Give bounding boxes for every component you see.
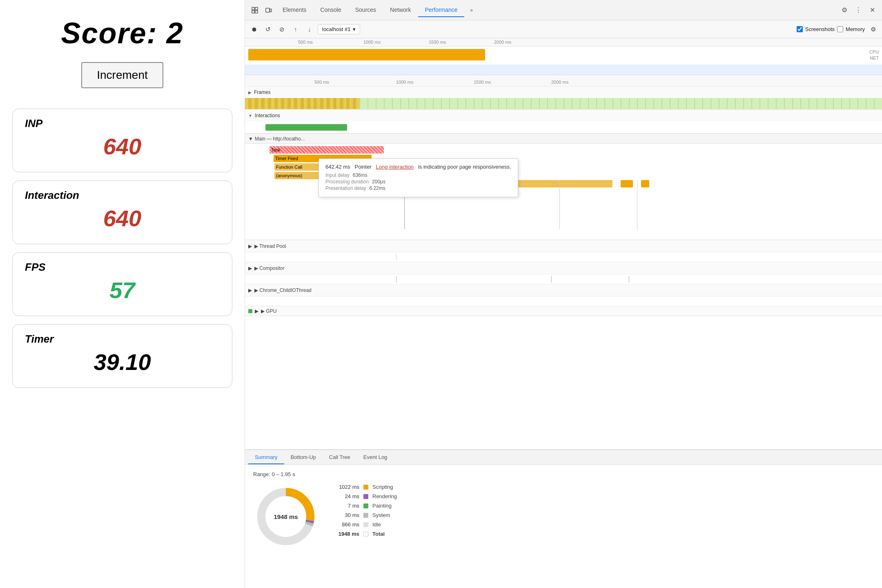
tab-event-log[interactable]: Event Log <box>357 451 394 464</box>
capture-settings-icon[interactable]: ⚙ <box>867 24 879 35</box>
timeline-main[interactable]: 500 ms 1000 ms 1500 ms 2000 ms ▶ Frames … <box>245 75 882 449</box>
screenshots-checkbox[interactable] <box>797 26 803 32</box>
compositor-marker-1 <box>396 276 396 283</box>
svg-rect-0 <box>252 7 254 10</box>
chrome-child-label: ▶ Chrome_ChildIOThread <box>254 287 312 293</box>
url-selector[interactable]: localhost #1 ▾ <box>318 24 360 34</box>
tooltip-presentation-label: Presentation delay <box>325 185 366 191</box>
svg-rect-3 <box>255 11 258 13</box>
task-block[interactable]: Task <box>270 146 384 154</box>
summary-layout: 1948 ms 1022 ms Scripting 24 ms Renderin… <box>253 484 874 549</box>
frames-label: Frames <box>254 89 271 95</box>
svg-rect-2 <box>252 11 254 13</box>
devtools-panel: Elements Console Sources Network Perform… <box>245 0 882 588</box>
more-tabs-icon[interactable]: » <box>465 4 478 17</box>
compositor-marker-3 <box>629 276 629 283</box>
net-label: NET <box>870 56 879 60</box>
url-dropdown-icon: ▾ <box>353 26 356 32</box>
tab-elements[interactable]: Elements <box>276 3 313 17</box>
svg-rect-1 <box>255 7 258 10</box>
gpu-header[interactable]: ▶ ▶ GPU <box>245 306 882 316</box>
scripting-dot-icon <box>363 485 368 490</box>
inspect-icon[interactable] <box>248 4 261 17</box>
timer-label: Timer <box>25 333 220 345</box>
chrome-child-triangle-icon: ▶ <box>248 287 252 293</box>
tooltip-time: 642.42 ms <box>325 164 350 170</box>
func-label: Function Call <box>276 165 302 169</box>
main-header[interactable]: ▼ Main — http://localho... <box>245 134 882 144</box>
compositor-marker-2 <box>551 276 552 283</box>
timeline-overview[interactable]: 500 ms 1000 ms 1500 ms 2000 ms CPU NET <box>245 38 882 75</box>
selection-overlay <box>245 65 882 75</box>
tab-call-tree[interactable]: Call Tree <box>323 451 357 464</box>
main-collapse-icon: ▼ <box>248 136 253 142</box>
main-flame-section: ▼ Main — http://localho... 642.42 ms Poi… <box>245 134 882 240</box>
interaction-bar-1[interactable] <box>265 124 347 131</box>
tooltip-link[interactable]: Long interaction <box>376 164 414 170</box>
tab-performance[interactable]: Performance <box>418 3 464 17</box>
gpu-dot-icon <box>248 309 252 313</box>
tooltip-type: Pointer <box>355 164 372 170</box>
gpu-triangle-icon: ▶ <box>255 308 258 314</box>
thread-pool-header[interactable]: ▶ ▶ Thread Pool <box>245 240 882 252</box>
ruler-1000: 1000 ms <box>363 40 381 45</box>
tab-console[interactable]: Console <box>314 3 347 17</box>
compositor-label: ▶ Compositor <box>254 265 285 271</box>
legend-idle: 866 ms Idle <box>335 521 397 528</box>
flame-extra-2 <box>621 180 633 187</box>
upload-button[interactable]: ↑ <box>290 24 301 35</box>
memory-checkbox[interactable] <box>837 26 843 32</box>
interactions-header[interactable]: ▼ Interactions <box>245 110 882 121</box>
ruler2-1500: 1500 ms <box>474 80 491 85</box>
idle-name: Idle <box>372 521 381 528</box>
memory-label: Memory <box>846 26 865 32</box>
total-name: Total <box>372 531 385 537</box>
compositor-content <box>245 274 882 284</box>
settings-icon[interactable]: ⚙ <box>838 4 851 17</box>
thread-pool-label: ▶ Thread Pool <box>254 243 286 249</box>
total-dot-icon <box>363 532 368 537</box>
painting-dot-icon <box>363 503 368 508</box>
ruler-1500: 1500 ms <box>429 40 446 45</box>
close-icon[interactable]: ✕ <box>866 4 879 17</box>
fps-card: FPS 57 <box>12 252 232 316</box>
bottom-content: Range: 0 – 1.95 s <box>245 465 882 588</box>
interactions-label: Interactions <box>255 113 280 118</box>
tooltip-header: 642.42 ms Pointer Long interaction is in… <box>325 164 511 170</box>
reload-button[interactable]: ↺ <box>262 24 274 35</box>
frames-header[interactable]: ▶ Frames <box>245 87 882 98</box>
increment-button[interactable]: Increment <box>81 62 163 88</box>
tab-sources[interactable]: Sources <box>349 3 383 17</box>
bottom-tabs: Summary Bottom-Up Call Tree Event Log <box>245 450 882 465</box>
chrome-child-content <box>245 296 882 306</box>
device-toggle-icon[interactable] <box>262 4 275 17</box>
tab-summary[interactable]: Summary <box>248 451 284 464</box>
ruler-2000: 2000 ms <box>494 40 511 45</box>
system-dot-icon <box>363 513 368 518</box>
system-val: 30 ms <box>335 512 359 518</box>
chrome-child-header[interactable]: ▶ ▶ Chrome_ChildIOThread <box>245 284 882 296</box>
clear-button[interactable]: ⊘ <box>276 24 287 35</box>
record-button[interactable]: ⏺ <box>248 24 260 35</box>
donut-center-label: 1948 ms <box>274 513 298 520</box>
overview-screenshots-row <box>245 65 882 75</box>
tab-network[interactable]: Network <box>383 3 417 17</box>
system-name: System <box>372 512 390 518</box>
interaction-value: 640 <box>25 205 220 232</box>
ruler2-500: 500 ms <box>314 80 329 85</box>
download-button[interactable]: ↓ <box>304 24 315 35</box>
legend-scripting: 1022 ms Scripting <box>335 484 397 490</box>
left-panel: Score: 2 Increment INP 640 Interaction 6… <box>0 0 245 588</box>
compositor-header[interactable]: ▶ ▶ Compositor <box>245 262 882 274</box>
screenshots-label: Screenshots <box>805 26 835 32</box>
svg-rect-5 <box>270 9 272 12</box>
tooltip-input-delay-label: Input delay <box>325 172 350 178</box>
thread-pool-triangle-icon: ▶ <box>248 243 252 249</box>
interactions-content <box>245 121 882 134</box>
more-options-icon[interactable]: ⋮ <box>852 4 865 17</box>
tab-bottom-up[interactable]: Bottom-Up <box>284 451 323 464</box>
ruler2-1000: 1000 ms <box>396 80 413 85</box>
screenshots-checkbox-row: Screenshots <box>797 26 835 32</box>
interactions-section: ▼ Interactions <box>245 110 882 134</box>
ruler2-2000: 2000 ms <box>551 80 568 85</box>
